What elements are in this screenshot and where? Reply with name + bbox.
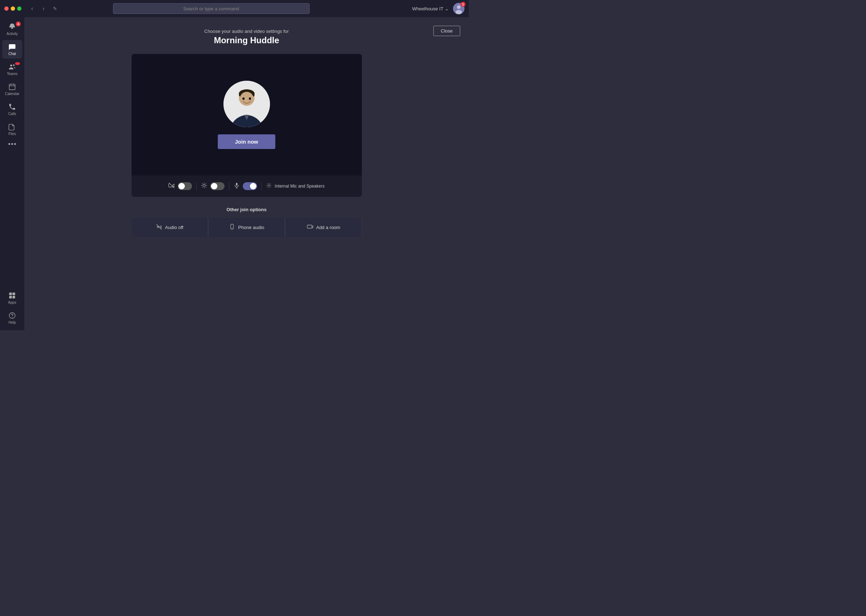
settings-label: Choose your audio and video settings for: [204, 28, 288, 34]
sidebar-item-calendar[interactable]: Calendar: [2, 80, 22, 99]
video-toggle-thumb: [178, 183, 185, 189]
close-button[interactable]: Close: [433, 26, 460, 36]
background-toggle-thumb: [211, 183, 217, 189]
more-icon: [8, 143, 16, 145]
files-icon: [8, 123, 16, 131]
video-toggle[interactable]: [178, 182, 192, 190]
svg-point-5: [13, 64, 15, 66]
maximize-traffic-light[interactable]: [17, 6, 22, 11]
separator-2: [229, 182, 229, 190]
audio-off-button[interactable]: Audio off: [132, 218, 208, 237]
meeting-title: Morning Huddle: [214, 35, 279, 46]
user-avatar-preview: [224, 81, 270, 127]
add-room-button[interactable]: Add a room: [285, 218, 362, 237]
minimize-traffic-light[interactable]: [11, 6, 15, 11]
traffic-lights: [4, 6, 22, 11]
files-label: Files: [8, 132, 16, 136]
background-effects-icon: [201, 182, 207, 190]
apps-label: Apps: [8, 300, 16, 305]
search-input[interactable]: [118, 6, 305, 11]
sidebar-item-apps[interactable]: Apps: [2, 289, 22, 307]
background-toggle-group: [201, 182, 225, 190]
header-right: Wheelhouse IT ⌄ 1: [412, 3, 464, 14]
audio-device-label: Internal Mic and Speakers: [275, 184, 324, 189]
separator-3: [261, 182, 262, 190]
calls-label: Calls: [8, 112, 16, 116]
svg-rect-6: [9, 84, 16, 90]
chat-icon: [8, 43, 16, 51]
background-toggle[interactable]: [210, 182, 225, 190]
avatar-container[interactable]: 1: [453, 3, 464, 14]
chevron-down-icon: ⌄: [445, 6, 449, 11]
svg-point-10: [9, 143, 10, 145]
sidebar-item-teams[interactable]: Teams: [2, 60, 22, 79]
join-now-button[interactable]: Join now: [218, 134, 275, 149]
sidebar: 4 Activity Chat: [0, 17, 24, 330]
other-options: Other join options Audio off: [132, 207, 362, 237]
join-options-row: Audio off Phone audio: [132, 218, 362, 237]
nav-buttons: ‹ › ✎: [27, 3, 60, 14]
mic-toggle-group: [233, 182, 257, 190]
teams-label: Teams: [7, 72, 17, 76]
content-area: Close Choose your audio and video settin…: [24, 17, 469, 330]
sidebar-item-files[interactable]: Files: [2, 120, 22, 138]
svg-point-2: [455, 10, 462, 14]
svg-point-24: [242, 97, 244, 100]
title-bar: ‹ › ✎ Wheelhouse IT ⌄ 1: [0, 0, 469, 17]
sidebar-item-chat[interactable]: Chat: [2, 40, 22, 58]
other-options-label: Other join options: [227, 207, 267, 212]
apps-icon: [8, 292, 16, 299]
svg-rect-13: [9, 292, 12, 295]
sidebar-item-calls[interactable]: Calls: [2, 100, 22, 119]
svg-point-34: [232, 228, 232, 229]
svg-point-11: [11, 143, 13, 145]
audio-off-icon: [156, 224, 162, 231]
gear-icon: [266, 182, 272, 190]
org-name: Wheelhouse IT ⌄: [412, 6, 449, 11]
mic-toggle-thumb: [250, 183, 257, 189]
audio-off-label: Audio off: [165, 225, 183, 230]
activity-label: Activity: [6, 32, 18, 36]
svg-point-25: [249, 97, 251, 100]
phone-audio-label: Phone audio: [238, 225, 264, 230]
video-off-icon: [168, 182, 175, 190]
svg-rect-3: [11, 28, 13, 29]
svg-point-31: [268, 185, 269, 186]
video-preview: Join now: [132, 54, 362, 176]
svg-point-27: [203, 184, 205, 187]
activity-icon: [8, 23, 16, 31]
phone-icon: [229, 224, 235, 231]
sidebar-item-more[interactable]: [2, 140, 22, 148]
room-icon: [307, 224, 313, 231]
svg-point-18: [12, 317, 13, 317]
separator-1: [196, 182, 197, 190]
join-area: Choose your audio and video settings for…: [24, 17, 469, 237]
back-button[interactable]: ‹: [27, 3, 37, 14]
sidebar-item-activity[interactable]: 4 Activity: [2, 20, 22, 39]
video-toggle-group: [168, 182, 192, 190]
sidebar-item-help[interactable]: Help: [2, 309, 22, 327]
add-room-label: Add a room: [316, 225, 340, 230]
svg-rect-28: [236, 183, 238, 186]
compose-button[interactable]: ✎: [50, 3, 60, 14]
svg-point-1: [457, 5, 461, 9]
svg-rect-14: [13, 292, 15, 295]
video-card: Join now: [132, 54, 362, 197]
audio-device-selector[interactable]: Internal Mic and Speakers: [266, 182, 324, 190]
close-traffic-light[interactable]: [4, 6, 9, 11]
user-avatar-svg: [224, 81, 270, 127]
svg-rect-15: [9, 296, 12, 299]
calls-icon: [8, 103, 16, 111]
calendar-icon: [8, 83, 16, 91]
phone-audio-button[interactable]: Phone audio: [208, 218, 285, 237]
search-bar[interactable]: [113, 3, 310, 14]
chat-label: Chat: [8, 52, 16, 56]
svg-line-26: [169, 183, 175, 188]
mic-toggle[interactable]: [243, 182, 257, 190]
calendar-label: Calendar: [5, 92, 20, 96]
forward-button[interactable]: ›: [39, 3, 49, 14]
notification-badge: 1: [461, 2, 466, 7]
svg-rect-16: [13, 296, 15, 299]
svg-point-4: [10, 65, 13, 67]
svg-point-12: [14, 143, 16, 145]
